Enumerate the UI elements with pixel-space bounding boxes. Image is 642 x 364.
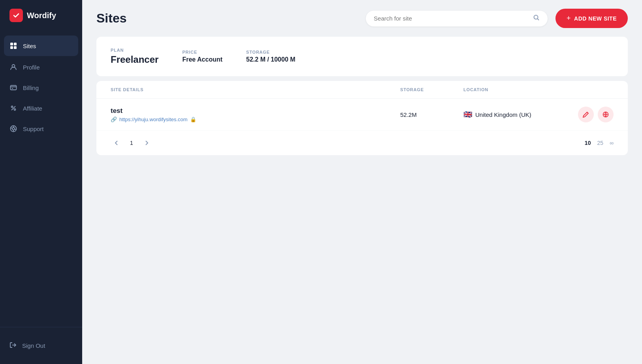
col-actions bbox=[566, 87, 614, 92]
billing-icon bbox=[9, 84, 17, 92]
logo-icon bbox=[9, 9, 23, 22]
table-row: test 🔗 https://yihuju.wordifysites.com 🔒… bbox=[96, 99, 628, 131]
svg-point-9 bbox=[12, 128, 15, 130]
logo-text: Wordify bbox=[27, 11, 56, 20]
site-storage: 52.2M bbox=[400, 111, 463, 118]
prev-page-button[interactable] bbox=[111, 137, 122, 149]
svg-rect-0 bbox=[10, 43, 13, 45]
location-name: United Kingdom (UK) bbox=[475, 111, 531, 118]
sidebar-item-sites[interactable]: Sites bbox=[4, 36, 78, 56]
svg-point-7 bbox=[14, 109, 16, 111]
price-value: Free Account bbox=[182, 56, 222, 63]
sidebar-item-sites-label: Sites bbox=[23, 43, 36, 49]
plus-icon: + bbox=[567, 14, 571, 23]
link-icon: 🔗 bbox=[111, 116, 117, 122]
plan-card: PLAN Freelancer PRICE Free Account STORA… bbox=[96, 37, 628, 76]
header: Sites + ADD NEW SITE bbox=[82, 0, 642, 37]
main-area: Sites + ADD NEW SITE PLAN Freelancer bbox=[82, 0, 642, 364]
location-flag: 🇬🇧 bbox=[463, 110, 472, 119]
sidebar-item-support[interactable]: Support bbox=[0, 118, 82, 139]
site-location: 🇬🇧 United Kingdom (UK) bbox=[463, 110, 566, 119]
col-location: LOCATION bbox=[463, 87, 566, 92]
edit-site-button[interactable] bbox=[578, 107, 594, 122]
sidebar-item-support-label: Support bbox=[23, 126, 44, 132]
sidebar-item-affiliate[interactable]: Affiliate bbox=[0, 98, 82, 118]
sites-table: SITE DETAILS STORAGE LOCATION test 🔗 htt… bbox=[96, 81, 628, 155]
col-site-details: SITE DETAILS bbox=[111, 87, 400, 92]
sidebar-bottom: Sign Out bbox=[0, 327, 82, 364]
per-page-all[interactable]: ∞ bbox=[610, 140, 614, 146]
user-icon bbox=[9, 63, 17, 71]
search-input[interactable] bbox=[374, 15, 529, 22]
add-new-site-button[interactable]: + ADD NEW SITE bbox=[555, 9, 628, 28]
grid-icon bbox=[9, 42, 17, 50]
price-section: PRICE Free Account bbox=[182, 50, 222, 63]
site-name: test bbox=[111, 107, 400, 115]
next-page-button[interactable] bbox=[141, 137, 152, 149]
site-details-cell: test 🔗 https://yihuju.wordifysites.com 🔒 bbox=[111, 107, 400, 122]
price-label: PRICE bbox=[182, 50, 222, 54]
search-icon bbox=[533, 15, 540, 23]
signout-label: Sign Out bbox=[22, 342, 45, 349]
search-box bbox=[366, 11, 548, 26]
sidebar-item-billing[interactable]: Billing bbox=[0, 77, 82, 98]
per-page-options: 10 25 ∞ bbox=[585, 140, 614, 146]
svg-rect-1 bbox=[14, 43, 17, 45]
svg-point-10 bbox=[534, 15, 538, 19]
page-title: Sites bbox=[96, 11, 126, 26]
site-url-row: 🔗 https://yihuju.wordifysites.com 🔒 bbox=[111, 116, 400, 122]
col-storage: STORAGE bbox=[400, 87, 463, 92]
wordpress-button[interactable] bbox=[598, 107, 614, 122]
svg-point-6 bbox=[11, 106, 13, 108]
action-buttons bbox=[566, 107, 614, 122]
current-page: 1 bbox=[126, 137, 137, 149]
plan-label: PLAN bbox=[111, 48, 158, 53]
signout-icon bbox=[9, 341, 17, 350]
sidebar-item-profile-label: Profile bbox=[23, 64, 40, 71]
site-url-link[interactable]: https://yihuju.wordifysites.com bbox=[119, 116, 188, 122]
pagination: 1 10 25 ∞ bbox=[96, 131, 628, 155]
sidebar-item-affiliate-label: Affiliate bbox=[23, 105, 42, 112]
sidebar: Wordify Sites Profile bbox=[0, 0, 82, 364]
storage-label: STORAGE bbox=[246, 50, 296, 54]
storage-value: 52.2 M / 10000 M bbox=[246, 56, 296, 63]
svg-rect-5 bbox=[11, 86, 17, 90]
per-page-10[interactable]: 10 bbox=[585, 140, 591, 146]
sidebar-item-profile[interactable]: Profile bbox=[0, 57, 82, 77]
plan-value: Freelancer bbox=[111, 54, 158, 65]
content-area: PLAN Freelancer PRICE Free Account STORA… bbox=[82, 37, 642, 364]
logo-area: Wordify bbox=[0, 0, 82, 31]
percent-icon bbox=[9, 104, 17, 112]
table-header: SITE DETAILS STORAGE LOCATION bbox=[96, 81, 628, 99]
per-page-25[interactable]: 25 bbox=[597, 140, 603, 146]
signout-button[interactable]: Sign Out bbox=[0, 335, 82, 356]
plan-section: PLAN Freelancer bbox=[111, 48, 158, 65]
plan-info: PLAN Freelancer PRICE Free Account STORA… bbox=[111, 48, 614, 65]
storage-section: STORAGE 52.2 M / 10000 M bbox=[246, 50, 296, 63]
svg-rect-3 bbox=[14, 46, 17, 49]
lock-icon: 🔒 bbox=[190, 116, 196, 122]
sidebar-nav: Sites Profile Billing bbox=[0, 31, 82, 327]
sidebar-item-billing-label: Billing bbox=[23, 84, 39, 91]
add-site-label: ADD NEW SITE bbox=[574, 15, 617, 22]
svg-rect-2 bbox=[10, 46, 13, 49]
support-icon bbox=[9, 125, 17, 133]
